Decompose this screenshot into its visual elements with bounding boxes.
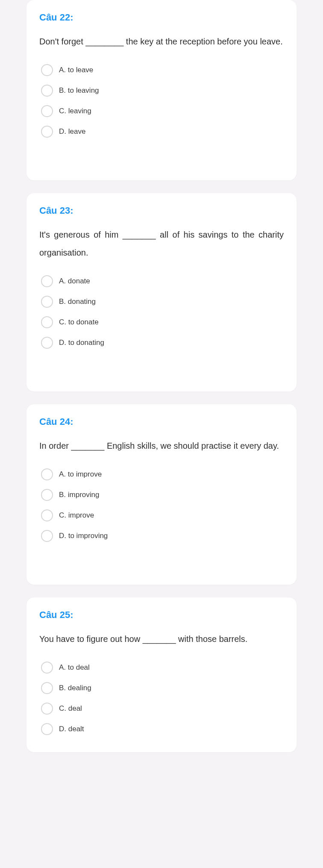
question-card: Câu 25: You have to figure out how _____… — [26, 597, 297, 752]
option-label: D. to improving — [59, 532, 108, 540]
option-label: C. to donate — [59, 318, 99, 327]
option-label: C. leaving — [59, 107, 91, 115]
option-label: D. leave — [59, 127, 85, 136]
question-text: It's generous of him _______ all of his … — [39, 226, 284, 262]
option-label: B. improving — [59, 491, 99, 499]
question-title: Câu 25: — [39, 609, 284, 621]
option-c[interactable]: C. to donate — [39, 312, 284, 332]
question-title: Câu 23: — [39, 205, 284, 216]
option-a[interactable]: A. to deal — [39, 657, 284, 678]
radio-icon[interactable] — [41, 64, 53, 76]
radio-icon[interactable] — [41, 126, 53, 138]
option-b[interactable]: B. to leaving — [39, 80, 284, 101]
option-b[interactable]: B. dealing — [39, 678, 284, 698]
option-b[interactable]: B. improving — [39, 485, 284, 505]
radio-icon[interactable] — [41, 682, 53, 694]
radio-icon[interactable] — [41, 489, 53, 501]
option-c[interactable]: C. improve — [39, 505, 284, 526]
option-label: A. to leave — [59, 66, 93, 74]
option-d[interactable]: D. to donating — [39, 332, 284, 353]
option-label: A. donate — [59, 277, 90, 285]
question-card: Câu 22: Don't forget ________ the key at… — [26, 0, 297, 180]
question-card: Câu 23: It's generous of him _______ all… — [26, 193, 297, 391]
radio-icon[interactable] — [41, 662, 53, 674]
radio-icon[interactable] — [41, 105, 53, 117]
option-label: B. dealing — [59, 684, 91, 692]
radio-icon[interactable] — [41, 703, 53, 715]
option-label: B. to leaving — [59, 86, 99, 95]
option-d[interactable]: D. leave — [39, 121, 284, 142]
radio-icon[interactable] — [41, 296, 53, 308]
radio-icon[interactable] — [41, 530, 53, 542]
option-a[interactable]: A. to improve — [39, 464, 284, 485]
question-card: Câu 24: In order _______ English skills,… — [26, 404, 297, 585]
option-b[interactable]: B. donating — [39, 291, 284, 312]
option-a[interactable]: A. donate — [39, 271, 284, 291]
question-text: In order _______ English skills, we shou… — [39, 437, 284, 455]
question-text: Don't forget ________ the key at the rec… — [39, 32, 284, 50]
radio-icon[interactable] — [41, 337, 53, 349]
question-text: You have to figure out how _______ with … — [39, 630, 284, 648]
option-c[interactable]: C. leaving — [39, 101, 284, 121]
option-label: B. donating — [59, 297, 96, 306]
question-title: Câu 24: — [39, 416, 284, 427]
radio-icon[interactable] — [41, 275, 53, 287]
option-label: D. dealt — [59, 725, 84, 733]
question-title: Câu 22: — [39, 12, 284, 23]
option-label: D. to donating — [59, 338, 104, 347]
radio-icon[interactable] — [41, 723, 53, 735]
option-label: C. improve — [59, 511, 94, 520]
radio-icon[interactable] — [41, 468, 53, 480]
option-c[interactable]: C. deal — [39, 698, 284, 719]
radio-icon[interactable] — [41, 509, 53, 521]
option-d[interactable]: D. to improving — [39, 526, 284, 546]
option-label: A. to deal — [59, 663, 90, 672]
radio-icon[interactable] — [41, 85, 53, 97]
option-label: C. deal — [59, 704, 82, 713]
option-label: A. to improve — [59, 470, 102, 479]
option-a[interactable]: A. to leave — [39, 60, 284, 80]
radio-icon[interactable] — [41, 316, 53, 328]
option-d[interactable]: D. dealt — [39, 719, 284, 739]
